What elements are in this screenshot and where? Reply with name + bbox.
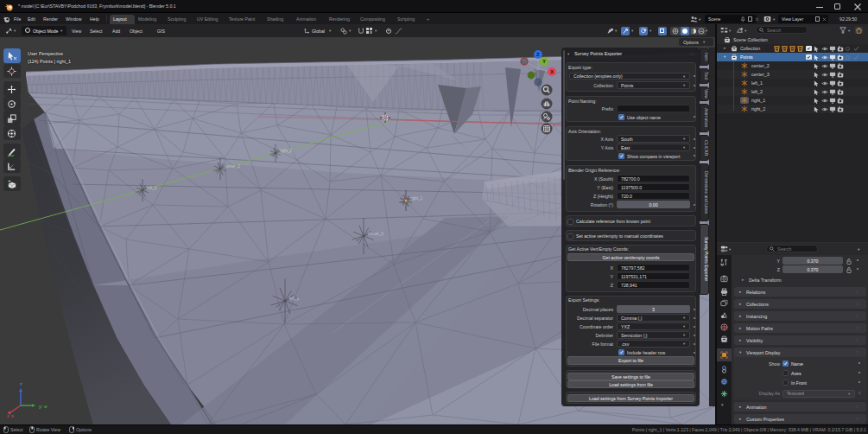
svg-text:left_2: left_2 <box>147 186 157 190</box>
svg-text:y: e: y: e <box>39 404 48 409</box>
svg-text:x: s: x: s <box>7 413 14 418</box>
svg-text:left_1: left_1 <box>289 297 300 301</box>
svg-text:center_2: center_2 <box>225 164 240 169</box>
svg-text:right_2: right_2 <box>280 149 292 153</box>
svg-text:z: z <box>20 381 22 386</box>
svg-text:center_3: center_3 <box>368 232 383 236</box>
svg-text:X: X <box>550 69 554 74</box>
svg-text:Y: Y <box>542 59 546 64</box>
svg-text:right_1: right_1 <box>410 196 422 201</box>
